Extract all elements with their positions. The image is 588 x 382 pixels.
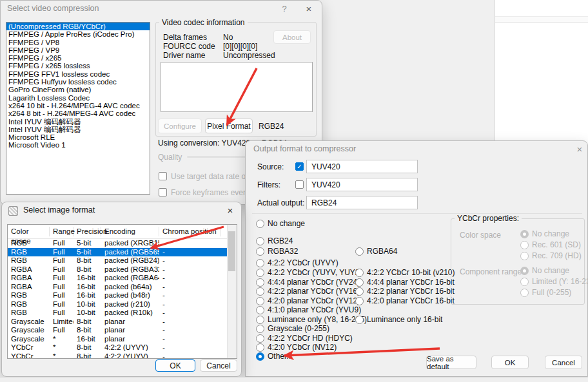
column-header[interactable]: Precision [74,227,101,236]
codec-item[interactable]: Lagarith Lossless Codec [6,94,150,102]
table-row[interactable]: RGBFull8-bitpacked (RGB24)- [8,256,237,265]
table-row[interactable]: RGBFull16-bitpacked (b48r)- [8,291,237,300]
radio-option-left-0[interactable]: No change [256,219,305,228]
radio-option-left-4[interactable]: 4:2:2 YCbCr (YUYV, YUY2) [256,268,362,277]
close-icon[interactable]: × [223,204,237,216]
radio-option-left-1[interactable]: RGB24 [256,236,293,245]
close-icon[interactable]: × [573,143,587,155]
about-button[interactable]: About [273,30,311,44]
radio-option-right-4[interactable]: 4:2:0 planar YCbCr 16-bit [355,296,455,305]
table-cell: 8-bit [74,256,101,265]
radio-option-right-2[interactable]: 4:4:4 planar YCbCr 16-bit [355,278,455,287]
background-pane-band [495,16,588,23]
radio-option-left-6[interactable]: 4:2:2 planar YCbCr (YV16) [256,287,360,296]
radio-option-component-range-options-0[interactable]: No change [520,266,569,275]
table-row[interactable]: RGBAFull16-bitpacked (b64a)- [8,283,237,292]
table-row[interactable]: GrayscaleLimited8-bitplanar- [8,318,237,327]
radio-option-left-7[interactable]: 4:2:0 planar YCbCr (YV12) [256,296,360,305]
titlebar: Output format to compressor × [246,141,587,158]
column-header[interactable]: Range [50,227,74,236]
scrollbar-thumb[interactable] [228,231,235,271]
radio-option-color-space-options-2[interactable]: Rec. 709 (HD) [520,251,582,260]
radio-option-right-0[interactable]: RGBA64 [355,247,397,256]
radio-option-color-space-options-0[interactable]: No change [520,229,569,238]
table-row[interactable]: RGBAFull16-bitpacked (RGBA64)- [8,274,237,283]
radio-option-component-range-options-1[interactable]: Limited (Y: 16-235) [520,277,588,286]
radio-option-left-12[interactable]: 4:2:0 YCbCr (NV12) [256,343,337,352]
column-header[interactable]: Color space [8,227,50,236]
component-range-label: Component range [460,267,522,276]
configure-button[interactable]: Configure [158,119,202,133]
radio-option-left-3[interactable]: 4:2:2 YCbCr (UYVY) [256,258,338,267]
codec-info-group-title: Video codec information [159,18,248,27]
radio-option-left-10[interactable]: Grayscale (0-255) [256,324,329,333]
cancel-button[interactable]: Cancel [545,356,582,369]
radio-label: 4:4:4 planar YCbCr 16-bit [367,278,455,287]
table-row[interactable]: RGBFull10-bitpacked (r210)- [8,300,237,309]
codec-item[interactable]: x264 8 bit - H.264/MPEG-4 AVC codec [6,110,150,117]
column-header[interactable]: Encoding [101,227,159,236]
table-row[interactable]: RGBFull5-bitpacked (RGB565)- [8,248,237,257]
pixel-format-button[interactable]: Pixel Format [205,119,253,133]
source-checkbox[interactable]: ✓ [295,162,304,171]
radio-option-right-5[interactable]: Luminance only 16-bit [355,315,442,324]
codec-item[interactable]: Microsoft RLE [6,133,150,141]
codec-item[interactable]: Microsoft Video 1 [6,141,150,149]
codec-item[interactable]: (Uncompressed RGB/YCbCr) [6,23,150,30]
table-row[interactable]: RGBFull5-bitpacked (XRGB1555)- [8,239,237,248]
codec-item[interactable]: GoPro CineForm (native) [6,86,150,93]
actual-output-field[interactable]: RGB24 [306,196,418,209]
table-cell: Full [50,248,74,257]
quality-label: Quality [158,153,182,162]
keyframes-checkbox[interactable] [159,188,167,196]
table-cell: 8-bit [74,326,101,335]
table-scrollbar[interactable] [227,225,237,358]
ok-button[interactable]: OK [491,356,529,369]
radio-option-left-9[interactable]: Luminance only (Y8, 16-235) [256,315,367,324]
radio-option-left-5[interactable]: 4:4:4 planar YCbCr (YV24) [256,278,360,287]
codec-list: (Uncompressed RGB/YCbCr)FFMPEG / Apple P… [6,22,150,195]
codec-item[interactable]: FFMPEG / VP9 [6,46,150,54]
table-row[interactable]: RGBFull10-bitpacked (R10k)- [8,309,237,318]
table-row[interactable]: YCbCr*8-bit4:2:2 (YUYV)- [8,352,237,359]
radio-label: 4:2:0 planar YCbCr 16-bit [367,297,455,305]
filters-field[interactable]: YUV420 [306,178,418,191]
radio-option-left-8[interactable]: 4:1:0 planar YCbCr (YVU9) [256,305,361,314]
radio-option-color-space-options-1[interactable]: Rec. 601 (SD) [520,240,581,249]
radio-icon [256,220,264,228]
table-cell: packed (RGBA64) [101,274,159,283]
table-cell: RGB [8,239,50,248]
codec-item[interactable]: FFMPEG Huffyuv lossless codec [6,78,150,86]
column-header[interactable]: Chroma position [159,227,221,236]
quality-slider[interactable] [187,156,246,158]
codec-item[interactable]: FFMPEG / Apple ProRes (iCodec Pro) [6,30,150,38]
radio-option-right-3[interactable]: 4:2:2 planar YCbCr 16-bit [355,287,455,296]
radio-option-left-13[interactable]: Other... [256,352,293,361]
close-icon[interactable]: × [302,3,316,15]
table-row[interactable]: GrayscaleFull8-bitplanar- [8,326,237,335]
radio-option-left-11[interactable]: 4:2:2 YCbCr HD (HDYC) [256,334,353,343]
table-cell: - [159,352,221,359]
source-field[interactable]: YUV420 [306,160,418,173]
table-row[interactable]: YCbCr*8-bit4:2:2 (UYVY)- [8,343,237,352]
table-row[interactable]: RGBAFull8-bitpacked (RGBA32)- [8,265,237,274]
codec-item[interactable]: FFMPEG / x265 [6,54,150,62]
codec-item[interactable]: x264 10 bit - H.264/MPEG-4 AVC codec [6,102,150,110]
radio-option-component-range-options-2[interactable]: Full (0-255) [520,288,571,297]
filters-checkbox[interactable] [295,180,304,189]
radio-icon [520,278,529,286]
target-rate-checkbox[interactable] [159,172,167,180]
ok-button[interactable]: OK [155,359,195,372]
codec-item[interactable]: FFMPEG / x265 lossless [6,62,150,70]
codec-item[interactable]: FFMPEG / VP8 [6,39,150,46]
codec-item[interactable]: Intel IYUV 编码解码器 [6,126,150,133]
codec-item[interactable]: Intel IYUV 编码解码器 [6,118,150,126]
radio-option-left-2[interactable]: RGBA32 [256,247,298,256]
save-as-default-button[interactable]: Save as default [426,356,476,369]
table-row[interactable]: Grayscale*16-bitplanar- [8,335,237,344]
radio-option-right-1[interactable]: 4:2:2 YCbCr 10-bit (v210) [355,268,455,277]
help-icon[interactable]: ? [277,3,291,15]
table-cell: Full [50,239,74,248]
codec-item[interactable]: FFMPEG FFV1 lossless codec [6,70,150,78]
cancel-button[interactable]: Cancel [200,359,237,372]
